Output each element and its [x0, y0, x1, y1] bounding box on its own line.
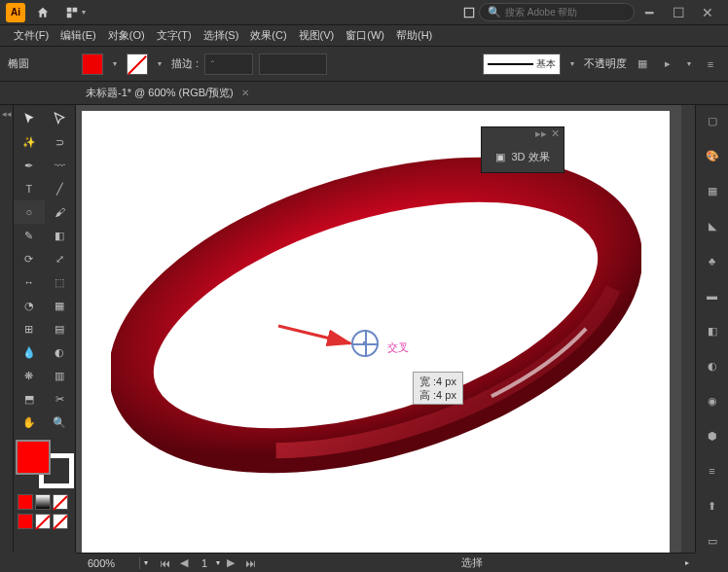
home-icon[interactable] [31, 1, 55, 24]
menu-view[interactable]: 视图(V) [293, 26, 341, 45]
blend-tool[interactable]: ◐ [45, 340, 76, 364]
menu-help[interactable]: 帮助(H) [390, 26, 438, 45]
gradient-tool[interactable]: ▤ [45, 317, 76, 340]
svg-rect-1 [73, 7, 78, 12]
window-maximize[interactable]: ☐ [664, 2, 693, 23]
column-graph-tool[interactable]: ▥ [45, 364, 76, 387]
zoom-level[interactable]: 600% [82, 557, 140, 569]
mesh-tool[interactable]: ⊞ [14, 317, 45, 340]
menu-effect[interactable]: 效果(C) [244, 26, 292, 45]
asset-export-panel-icon[interactable]: ⬆ [701, 494, 724, 518]
menu-object[interactable]: 对象(O) [102, 26, 151, 45]
arrange-documents-icon[interactable] [459, 3, 479, 22]
stroke-dropdown[interactable]: ▾ [154, 54, 165, 75]
fill-stroke-indicator[interactable] [16, 440, 74, 488]
free-transform-tool[interactable]: ⬚ [45, 270, 76, 294]
panel-close-icon[interactable]: ✕ [551, 127, 560, 141]
window-minimize[interactable]: ━ [635, 2, 664, 23]
tab-close-icon[interactable]: ✕ [241, 88, 249, 98]
magic-wand-tool[interactable]: ✨ [14, 130, 45, 154]
ellipse-tool[interactable]: ○ [14, 200, 45, 224]
scale-tool[interactable]: ⤢ [45, 247, 76, 270]
layers-panel-icon[interactable]: ≡ [701, 459, 724, 483]
svg-rect-2 [67, 13, 72, 18]
transform-dropdown[interactable]: ▾ [683, 54, 695, 75]
artboard-dropdown-icon[interactable]: ▾ [216, 558, 220, 567]
panel-menu-icon[interactable]: ≡ [701, 54, 720, 74]
stroke-profile-dropdown[interactable] [259, 54, 327, 75]
floating-3d-panel[interactable]: ▸▸ ✕ ▣ 3D 效果 [481, 126, 564, 173]
last-artboard-icon[interactable]: ⏭ [241, 557, 259, 569]
menu-type[interactable]: 文字(T) [151, 26, 198, 45]
menu-edit[interactable]: 编辑(E) [55, 26, 102, 45]
artboard-number[interactable]: 1 [195, 557, 214, 569]
svg-point-4 [111, 150, 641, 481]
fill-dropdown[interactable]: ▾ [109, 54, 121, 75]
transform-icon[interactable]: ▸ [658, 54, 677, 74]
type-tool[interactable]: T [14, 177, 45, 200]
stroke-swatch[interactable] [127, 54, 148, 75]
transparency-panel-icon[interactable]: ◐ [701, 354, 724, 377]
arrange-docs-icon[interactable] [60, 1, 84, 24]
titlebar: Ai ▾ 🔍 ━ ☐ ✕ [0, 0, 728, 25]
color-panel-icon[interactable]: 🎨 [701, 144, 724, 167]
prev-artboard-icon[interactable]: ◀ [175, 556, 193, 569]
svg-point-6 [111, 150, 641, 481]
menu-select[interactable]: 选择(S) [198, 26, 245, 45]
pen-tool[interactable]: ✒ [14, 154, 45, 177]
shaper-tool[interactable]: ✎ [14, 224, 45, 247]
brushes-panel-icon[interactable]: ◣ [701, 214, 724, 237]
canvas-area[interactable]: 交叉 宽 :4 px 高 :4 px ▸▸ ✕ ▣ 3D 效果 [76, 105, 681, 553]
workspace: ◂◂ ✨ ⊃ ✒ 〰 T ╱ ○ 🖌 ✎ ◧ ⟳ ⤢ ↔ [0, 105, 728, 553]
panel-collapse-icon[interactable]: ▸▸ [535, 127, 547, 141]
line-tool[interactable]: ╱ [45, 177, 76, 200]
eyedropper-tool[interactable]: 💧 [14, 340, 45, 364]
document-tab[interactable]: 未标题-1* @ 600% (RGB/预览) ✕ [78, 86, 257, 100]
zoom-tool[interactable]: 🔍 [45, 411, 76, 434]
document-tab-title: 未标题-1* @ 600% (RGB/预览) [86, 86, 234, 100]
artboards-panel-icon[interactable]: ▭ [701, 529, 724, 553]
screen-mode-swatches[interactable] [14, 514, 75, 529]
align-icon[interactable]: ▦ [633, 54, 652, 74]
hand-tool[interactable]: ✋ [14, 411, 45, 434]
symbol-sprayer-tool[interactable]: ❋ [14, 364, 45, 387]
first-artboard-icon[interactable]: ⏮ [156, 557, 173, 569]
direct-select-tool[interactable] [45, 107, 76, 130]
properties-panel-icon[interactable]: ▢ [701, 109, 724, 132]
tool-col-handle[interactable]: ◂◂ [0, 105, 14, 553]
menu-file[interactable]: 文件(F) [8, 26, 55, 45]
help-search[interactable]: 🔍 [479, 3, 635, 21]
shape-builder-tool[interactable]: ◔ [14, 294, 45, 317]
color-mode-swatches[interactable] [14, 494, 75, 510]
anchor-center-dot [363, 341, 367, 345]
perspective-grid-tool[interactable]: ▦ [45, 294, 76, 317]
status-menu-icon[interactable]: ▸ [685, 558, 689, 567]
swatches-panel-icon[interactable]: ▦ [701, 179, 724, 202]
rotate-tool[interactable]: ⟳ [14, 247, 45, 270]
brush-profile-dropdown[interactable]: ▾ [566, 54, 578, 75]
eraser-tool[interactable]: ◧ [45, 224, 76, 247]
symbols-panel-icon[interactable]: ♣ [701, 249, 724, 272]
curvature-tool[interactable]: 〰 [45, 154, 76, 177]
vertical-scrollbar[interactable] [681, 105, 695, 553]
graphic-styles-panel-icon[interactable]: ⬢ [701, 424, 724, 447]
help-search-input[interactable] [505, 7, 626, 18]
stroke-panel-icon[interactable]: ▬ [701, 284, 724, 307]
stroke-weight-input[interactable]: ⌃ [204, 54, 253, 75]
lasso-tool[interactable]: ⊃ [45, 130, 76, 154]
brush-profile[interactable]: 基本 [483, 54, 561, 75]
fill-swatch[interactable] [82, 54, 103, 75]
paintbrush-tool[interactable]: 🖌 [45, 200, 76, 224]
slice-tool[interactable]: ✂ [45, 387, 76, 411]
next-artboard-icon[interactable]: ▶ [222, 556, 239, 569]
zoom-dropdown-icon[interactable]: ▾ [144, 558, 148, 567]
artboard-tool[interactable]: ⬒ [14, 387, 45, 411]
artboard[interactable]: 交叉 宽 :4 px 高 :4 px ▸▸ ✕ ▣ 3D 效果 [82, 111, 670, 553]
menu-window[interactable]: 窗口(W) [340, 26, 390, 45]
selection-tool[interactable] [14, 107, 45, 130]
width-tool[interactable]: ↔ [14, 270, 45, 294]
window-close[interactable]: ✕ [693, 2, 722, 23]
gradient-panel-icon[interactable]: ◧ [701, 319, 724, 342]
appearance-panel-icon[interactable]: ◉ [701, 389, 724, 412]
chevron-down-icon[interactable]: ▾ [82, 8, 86, 17]
